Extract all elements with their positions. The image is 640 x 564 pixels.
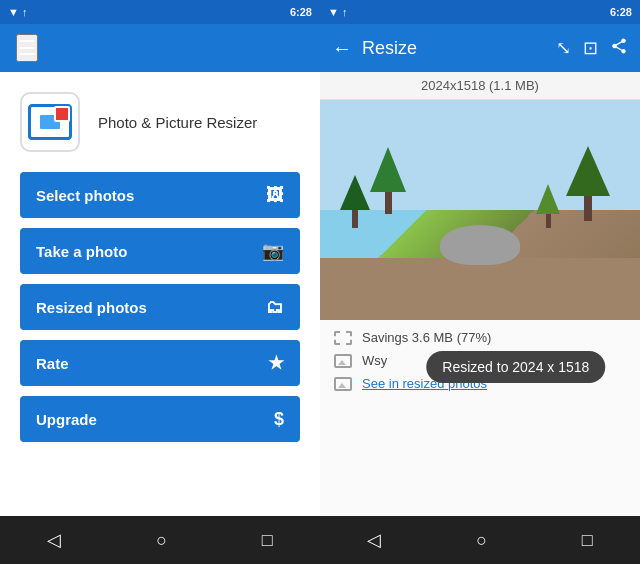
top-bar-left: ☰ — [0, 24, 320, 72]
back-button[interactable]: ← — [332, 37, 352, 60]
upgrade-label: Upgrade — [36, 411, 97, 428]
tree-left — [340, 175, 370, 228]
select-photos-button[interactable]: Select photos 🖼 — [20, 172, 300, 218]
top-bar-right: ← Resize ⤡ ⊡ — [320, 24, 640, 72]
top-bar-actions: ⤡ ⊡ — [556, 37, 628, 60]
status-left-icons: ▼ ↑ — [8, 6, 27, 18]
back-nav-left[interactable]: ◁ — [27, 516, 81, 564]
photo-display — [320, 100, 640, 320]
page-title: Resize — [362, 38, 546, 59]
hamburger-button[interactable]: ☰ — [16, 34, 38, 62]
resized-photos-button[interactable]: Resized photos 🗂 — [20, 284, 300, 330]
select-photos-label: Select photos — [36, 187, 134, 204]
back-nav-right[interactable]: ◁ — [347, 516, 401, 564]
bottom-nav-left: ◁ ○ □ — [0, 516, 320, 564]
right-panel: ▼ ↑ 6:28 ← Resize ⤡ ⊡ 2024x1518 (1.1 MB) — [320, 0, 640, 564]
wsy-text: Wsy — [362, 353, 387, 368]
image-info-bar: 2024x1518 (1.1 MB) — [320, 72, 640, 100]
dollar-icon: $ — [274, 409, 284, 430]
upgrade-button[interactable]: Upgrade $ — [20, 396, 300, 442]
recent-nav-right[interactable]: □ — [562, 516, 613, 564]
savings-text: Savings 3.6 MB (77%) — [362, 330, 491, 345]
app-name: Photo & Picture Resizer — [98, 114, 257, 131]
resized-photos-label: Resized photos — [36, 299, 147, 316]
resize-fit-icon[interactable]: ⤡ — [556, 37, 571, 60]
app-header: Photo & Picture Resizer — [0, 72, 320, 152]
savings-icon — [334, 331, 352, 345]
ground — [320, 258, 640, 320]
left-panel: ▼ ↑ 6:28 ☰ Photo & Picture Resizer Selec… — [0, 0, 320, 564]
status-bar-right: ▼ ↑ 6:28 — [320, 0, 640, 24]
rate-button[interactable]: Rate ★ — [20, 340, 300, 386]
info-section: Savings 3.6 MB (77%) Wsy Resized to 2024… — [320, 320, 640, 401]
star-icon: ★ — [268, 352, 284, 374]
share-icon[interactable] — [610, 37, 628, 60]
status-right-time: 6:28 — [610, 6, 632, 18]
wsy-row: Wsy Resized to 2024 x 1518 — [334, 353, 626, 368]
take-photo-label: Take a photo — [36, 243, 127, 260]
tree-center-left — [370, 147, 406, 214]
rate-label: Rate — [36, 355, 69, 372]
menu-buttons: Select photos 🖼 Take a photo 📷 Resized p… — [0, 152, 320, 442]
image-dimensions: 2024x1518 (1.1 MB) — [421, 78, 539, 93]
take-photo-button[interactable]: Take a photo 📷 — [20, 228, 300, 274]
app-icon — [20, 92, 80, 152]
select-photos-icon: 🖼 — [266, 185, 284, 206]
camera-icon: 📷 — [262, 240, 284, 262]
app-icon-inner — [28, 104, 72, 140]
link-img-icon — [334, 377, 352, 391]
tree-right — [566, 146, 610, 221]
bottom-nav-right: ◁ ○ □ — [320, 516, 640, 564]
savings-row: Savings 3.6 MB (77%) — [334, 330, 626, 345]
home-nav-left[interactable]: ○ — [136, 516, 187, 564]
stone-object — [440, 225, 520, 265]
status-right-icons: ▼ ↑ — [328, 6, 347, 18]
wsy-img-icon — [334, 354, 352, 368]
tooltip-badge: Resized to 2024 x 1518 — [426, 351, 605, 383]
home-nav-right[interactable]: ○ — [456, 516, 507, 564]
tree-far-right — [536, 184, 560, 228]
photo-placeholder — [320, 100, 640, 320]
status-bar-left: ▼ ↑ 6:28 — [0, 0, 320, 24]
folder-icon: 🗂 — [266, 297, 284, 318]
status-left-time: 6:28 — [290, 6, 312, 18]
crop-icon[interactable]: ⊡ — [583, 37, 598, 60]
recent-nav-left[interactable]: □ — [242, 516, 293, 564]
